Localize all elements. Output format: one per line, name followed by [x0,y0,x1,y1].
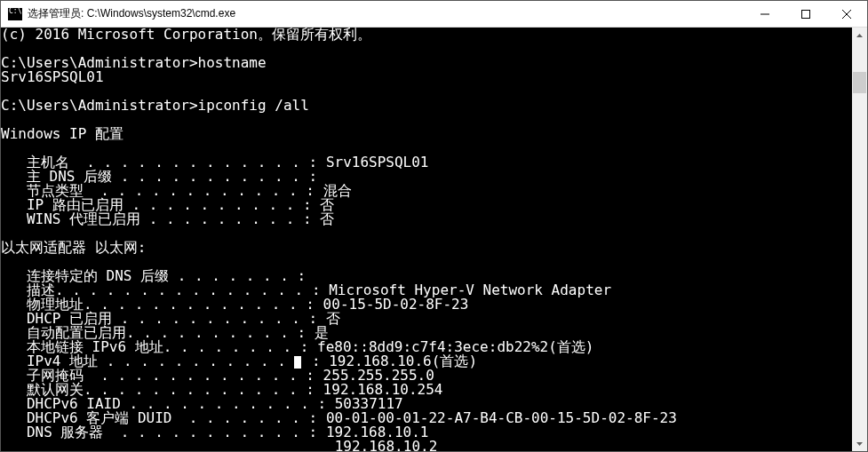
maximize-icon [801,10,810,19]
cmd-window: C:\. 选择管理员: C:\Windows\system32\cmd.exe … [0,0,868,452]
close-button[interactable] [826,1,867,27]
cmd-icon: C:\. [8,8,22,20]
terminal-output[interactable]: (c) 2016 Microsoft Corporation。保留所有权利。 C… [1,28,867,451]
scrollbar[interactable] [852,28,867,451]
minimize-icon [760,10,769,19]
scroll-down-button[interactable] [852,436,867,451]
svg-rect-1 [802,10,810,18]
svg-marker-4 [856,34,863,37]
chevron-down-icon [856,442,863,446]
text-cursor [294,356,301,369]
maximize-button[interactable] [785,1,826,27]
window-title: 选择管理员: C:\Windows\system32\cmd.exe [28,6,745,21]
terminal-text: (c) 2016 Microsoft Corporation。保留所有权利。 C… [1,28,677,451]
scroll-up-button[interactable] [852,28,867,43]
titlebar[interactable]: C:\. 选择管理员: C:\Windows\system32\cmd.exe [1,1,867,28]
scrollbar-track[interactable] [852,43,867,436]
scrollbar-thumb[interactable] [853,72,866,93]
window-controls [745,1,867,27]
svg-marker-5 [856,442,863,446]
chevron-up-icon [856,34,863,37]
close-icon [842,10,851,19]
minimize-button[interactable] [745,1,785,27]
